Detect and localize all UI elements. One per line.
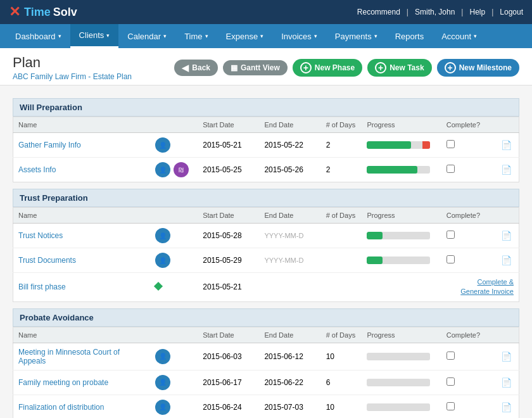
user-link[interactable]: Smith, John xyxy=(415,8,455,16)
col-header-progress: Progress xyxy=(362,208,441,224)
edit-icon[interactable]: 📄 xyxy=(501,231,512,241)
back-button[interactable]: ◀ Back xyxy=(174,60,218,76)
end-date: 2015-06-12 xyxy=(259,343,320,370)
edit-icon[interactable]: 📄 xyxy=(501,352,512,362)
nav-clients[interactable]: Clients ▾ xyxy=(70,24,119,48)
avatar: 👤 xyxy=(155,253,170,268)
section-probate-avoidance: Probate Avoidance xyxy=(13,308,519,327)
task-name-link[interactable]: Family meeting on probate xyxy=(18,378,108,387)
new-phase-button[interactable]: + New Phase xyxy=(293,59,362,77)
end-date: YYYY-MM-D xyxy=(259,248,320,273)
chevron-down-icon: ▾ xyxy=(58,33,61,39)
nav-time[interactable]: Time ▾ xyxy=(175,25,217,48)
gantt-icon: ▦ xyxy=(231,63,238,72)
col-header-progress: Progress xyxy=(362,327,441,343)
complete-checkbox[interactable] xyxy=(446,352,455,360)
edit-icon[interactable]: 📄 xyxy=(501,140,512,150)
progress-bar xyxy=(367,141,430,149)
progress-bar xyxy=(367,166,430,174)
nav-invoices[interactable]: Invoices ▾ xyxy=(272,25,326,48)
start-date: 2015-05-21 xyxy=(198,133,259,158)
table-row: Bill first phase 2015-05-21 Complete &Ge… xyxy=(13,273,519,302)
edit-icon[interactable]: 📄 xyxy=(501,255,512,265)
chevron-down-icon: ▾ xyxy=(260,33,263,39)
complete-checkbox[interactable] xyxy=(446,165,455,173)
complete-checkbox[interactable] xyxy=(446,255,455,263)
nav-expense[interactable]: Expense ▾ xyxy=(217,25,273,48)
table-row: Finalization of distribution 👤 2015-06-2… xyxy=(13,395,519,418)
col-header-complete: Complete? xyxy=(441,117,496,133)
page-header: Plan ABC Family Law Firm - Estate Plan ◀… xyxy=(0,48,532,86)
days: 10 xyxy=(321,395,362,418)
content-area: Will Preparation Name Start Date End Dat… xyxy=(0,86,532,418)
col-header-start: Start Date xyxy=(198,327,259,343)
recommend-link[interactable]: Recommend xyxy=(357,8,400,16)
complete-checkbox[interactable] xyxy=(446,402,455,410)
nav-payments[interactable]: Payments ▾ xyxy=(326,25,386,48)
start-date: 2015-05-28 xyxy=(198,224,259,248)
avatar: 👤 xyxy=(155,228,170,243)
col-header-days: # of Days xyxy=(321,327,362,343)
milestone-name-link[interactable]: Bill first phase xyxy=(18,282,66,291)
edit-icon[interactable]: 📄 xyxy=(501,402,512,412)
chevron-down-icon: ▾ xyxy=(374,33,377,39)
logout-link[interactable]: Logout xyxy=(500,8,523,16)
nav-dashboard[interactable]: Dashboard ▾ xyxy=(6,25,70,48)
days: 2 xyxy=(321,133,362,158)
avatar: 👤 xyxy=(155,400,170,415)
start-date: 2015-06-24 xyxy=(198,395,259,418)
top-navigation: ✕ Time Solv Recommend | Smith, John | He… xyxy=(0,0,532,24)
nav-account[interactable]: Account ▾ xyxy=(433,25,486,48)
task-name-link[interactable]: Assets Info xyxy=(18,165,56,174)
nav-reports[interactable]: Reports xyxy=(386,25,433,48)
col-header-start: Start Date xyxy=(198,117,259,133)
task-name-link[interactable]: Finalization of distribution xyxy=(18,403,104,412)
table-row: Trust Notices 👤 2015-05-28 YYYY-MM-D 📄 xyxy=(13,224,519,248)
end-date: 2015-06-22 xyxy=(259,370,320,395)
new-milestone-button[interactable]: + New Milestone xyxy=(437,59,519,77)
table-row: Meeting in Minnesota Court of Appeals 👤 … xyxy=(13,343,519,370)
complete-checkbox[interactable] xyxy=(446,140,455,148)
table-row: Trust Documents 👤 2015-05-29 YYYY-MM-D 📄 xyxy=(13,248,519,273)
edit-icon[interactable]: 📄 xyxy=(501,377,512,388)
task-name-link[interactable]: Meeting in Minnesota Court of Appeals xyxy=(18,348,120,365)
col-header-name: Name xyxy=(13,327,150,343)
section-will-preparation: Will Preparation xyxy=(13,98,519,117)
avatar: ₪ xyxy=(174,162,189,177)
gantt-view-button[interactable]: ▦ Gantt View xyxy=(223,60,288,75)
days: 6 xyxy=(321,370,362,395)
start-date: 2015-06-03 xyxy=(198,343,259,370)
help-link[interactable]: Help xyxy=(469,8,485,16)
new-task-button[interactable]: + New Task xyxy=(367,59,431,77)
edit-icon[interactable]: 📄 xyxy=(501,165,512,175)
end-date: 2015-05-22 xyxy=(259,133,320,158)
milestone-diamond-icon xyxy=(154,282,163,291)
days: 10 xyxy=(321,343,362,370)
chevron-down-icon: ▾ xyxy=(163,33,167,39)
days: 2 xyxy=(321,158,362,182)
task-name-link[interactable]: Trust Documents xyxy=(18,256,76,265)
col-header-days: # of Days xyxy=(321,117,362,133)
page-actions: ◀ Back ▦ Gantt View + New Phase + New Ta… xyxy=(174,59,519,77)
complete-checkbox[interactable] xyxy=(446,231,455,239)
col-header-end: End Date xyxy=(259,327,320,343)
page-title-section: Plan ABC Family Law Firm - Estate Plan xyxy=(13,54,132,81)
end-date: 2015-05-26 xyxy=(259,158,320,182)
page-subtitle: ABC Family Law Firm - Estate Plan xyxy=(13,72,132,81)
progress-bar xyxy=(367,403,430,411)
nav-calendar[interactable]: Calendar ▾ xyxy=(118,25,175,48)
generate-invoice-link[interactable]: Complete &Generate Invoice xyxy=(460,278,514,295)
logo-x: ✕ xyxy=(9,4,20,20)
back-icon: ◀ xyxy=(182,63,189,73)
chevron-down-icon: ▾ xyxy=(205,33,208,39)
avatar: 👤 xyxy=(155,375,170,390)
task-name-link[interactable]: Trust Notices xyxy=(18,231,63,240)
task-name-link[interactable]: Gather Family Info xyxy=(18,141,81,149)
chevron-down-icon: ▾ xyxy=(106,32,110,39)
col-header-complete: Complete? xyxy=(441,327,496,343)
complete-checkbox[interactable] xyxy=(446,377,455,386)
logo: ✕ Time Solv xyxy=(9,4,77,20)
logo-solv: Solv xyxy=(53,6,77,19)
progress-bar xyxy=(367,256,430,264)
probate-avoidance-table: Name Start Date End Date # of Days Progr… xyxy=(13,327,519,418)
